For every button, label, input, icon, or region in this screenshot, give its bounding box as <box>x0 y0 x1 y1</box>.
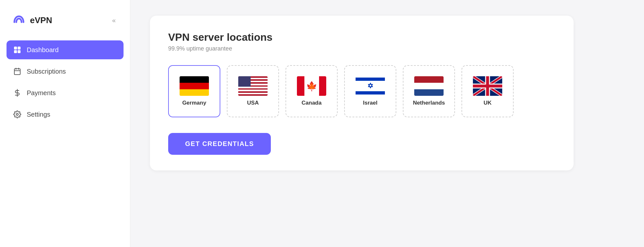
collapse-button[interactable]: « <box>110 15 118 25</box>
flag-uk <box>473 76 502 96</box>
location-label-uk: UK <box>484 100 492 106</box>
sidebar-item-dashboard[interactable]: Dashboard <box>7 40 124 59</box>
location-label-germany: Germany <box>182 100 206 106</box>
logo-icon <box>12 13 26 27</box>
svg-point-9 <box>16 113 18 115</box>
flag-israel: ✡ <box>356 76 385 96</box>
settings-icon <box>13 110 22 119</box>
sidebar-item-settings[interactable]: Settings <box>7 105 124 124</box>
svg-rect-2 <box>14 50 17 53</box>
location-item-uk[interactable]: UK <box>461 65 514 117</box>
location-item-usa[interactable]: USA <box>227 65 279 117</box>
location-label-netherlands: Netherlands <box>413 100 445 106</box>
sidebar: eVPN « Dashboard Subscriptions <box>0 0 130 247</box>
sidebar-logo: eVPN « <box>7 10 124 30</box>
dollar-icon <box>13 89 22 97</box>
main-content: VPN server locations 99.9% uptime guaran… <box>130 0 644 247</box>
flag-germany <box>180 76 209 96</box>
sidebar-item-subscriptions[interactable]: Subscriptions <box>7 62 124 81</box>
sidebar-item-label-subscriptions: Subscriptions <box>27 68 66 75</box>
card-title: VPN server locations <box>168 31 555 43</box>
sidebar-item-payments[interactable]: Payments <box>7 83 124 102</box>
location-item-canada[interactable]: 🍁 Canada <box>285 65 338 117</box>
sidebar-item-label-settings: Settings <box>27 111 50 118</box>
calendar-icon <box>13 67 22 76</box>
location-item-netherlands[interactable]: Netherlands <box>403 65 455 117</box>
location-label-canada: Canada <box>301 100 321 106</box>
flag-netherlands <box>414 76 444 96</box>
sidebar-item-label-payments: Payments <box>27 89 56 97</box>
flag-canada: 🍁 <box>297 76 326 96</box>
location-item-germany[interactable]: Germany <box>168 65 220 117</box>
location-label-israel: Israel <box>363 100 377 106</box>
locations-row: Germany USA <box>168 65 555 117</box>
svg-rect-3 <box>18 50 21 53</box>
card-subtitle: 99.9% uptime guarantee <box>168 45 555 52</box>
location-label-usa: USA <box>247 100 259 106</box>
dashboard-icon <box>13 46 22 54</box>
svg-rect-1 <box>18 47 21 50</box>
flag-usa <box>238 76 268 96</box>
app-name: eVPN <box>30 15 52 25</box>
vpn-locations-card: VPN server locations 99.9% uptime guaran… <box>150 16 574 170</box>
svg-rect-0 <box>14 47 17 50</box>
get-credentials-button[interactable]: GET CREDENTIALS <box>168 133 271 155</box>
location-item-israel[interactable]: ✡ Israel <box>344 65 396 117</box>
sidebar-item-label-dashboard: Dashboard <box>27 46 59 54</box>
svg-rect-4 <box>14 69 20 75</box>
